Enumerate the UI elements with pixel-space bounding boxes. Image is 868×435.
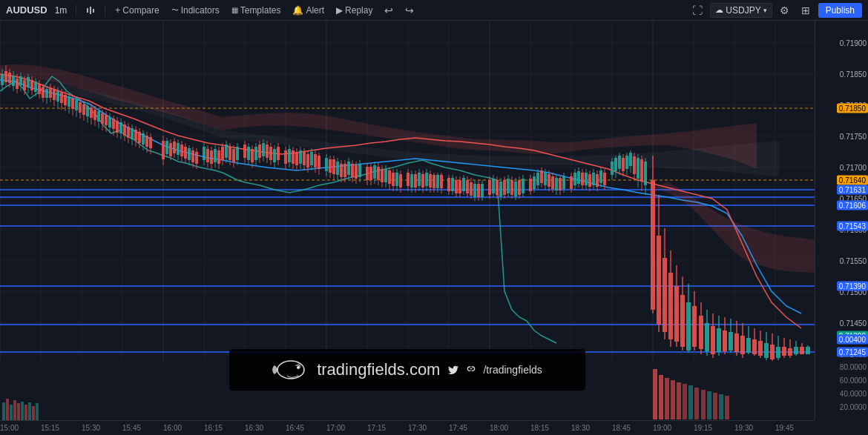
svg-rect-381	[692, 306, 697, 347]
time-16-15: 16:15	[204, 424, 223, 432]
svg-rect-291	[496, 180, 499, 195]
svg-rect-245	[399, 174, 402, 187]
svg-rect-129	[165, 141, 168, 154]
separator	[76, 4, 76, 16]
compare-btn[interactable]: + Compare	[111, 4, 162, 17]
layout-icon[interactable]: ⊞	[798, 2, 814, 19]
svg-rect-285	[481, 184, 484, 197]
svg-rect-407	[770, 345, 775, 359]
svg-rect-97	[97, 111, 100, 122]
price-label-1: 0.71900	[840, 39, 867, 47]
svg-rect-199	[306, 154, 309, 167]
alert-btn[interactable]: 🔔 Alert	[289, 4, 328, 17]
svg-rect-347	[611, 162, 614, 175]
price-blue-4: 0.71390	[837, 282, 868, 291]
svg-rect-91	[86, 106, 89, 116]
price-label-10: 0.71450	[840, 319, 867, 328]
svg-rect-293	[499, 182, 502, 196]
svg-rect-147	[203, 147, 206, 160]
svg-rect-65	[38, 84, 41, 94]
svg-rect-179	[266, 145, 269, 158]
templates-btn[interactable]: ▦ Templates	[228, 4, 285, 17]
price-label-5: 0.71700	[840, 164, 867, 172]
svg-rect-221	[351, 164, 354, 177]
svg-rect-315	[544, 173, 547, 185]
site-name-text: tradingfields.com	[317, 360, 440, 379]
svg-rect-195	[299, 150, 302, 164]
svg-rect-183	[273, 149, 276, 162]
svg-rect-385	[705, 323, 709, 351]
svg-rect-275	[462, 178, 465, 191]
svg-rect-297	[507, 179, 510, 193]
svg-rect-426	[21, 402, 24, 420]
svg-rect-237	[384, 169, 387, 182]
svg-rect-119	[138, 132, 141, 143]
bar-type-icon[interactable]	[82, 2, 99, 19]
vol-label-4: 20.0000	[840, 403, 867, 411]
svg-rect-87	[79, 102, 82, 113]
svg-rect-351	[618, 156, 621, 169]
fullscreen-icon[interactable]: ⛶	[689, 2, 706, 19]
svg-rect-287	[488, 180, 491, 195]
chart-main[interactable]: ! tradingfields.com /tradingfi	[0, 21, 815, 435]
price-blue-1: 0.71631	[837, 185, 868, 195]
svg-rect-81	[68, 96, 70, 107]
svg-rect-157	[221, 147, 224, 160]
svg-rect-163	[232, 149, 235, 162]
svg-rect-133	[173, 142, 176, 153]
svg-rect-77	[60, 93, 63, 103]
svg-rect-343	[599, 170, 602, 183]
svg-rect-435	[677, 382, 681, 419]
svg-rect-151	[210, 150, 213, 164]
svg-rect-117	[134, 130, 137, 141]
svg-rect-263	[436, 175, 439, 188]
svg-rect-409	[776, 347, 780, 358]
settings-icon[interactable]: ⚙	[777, 2, 793, 19]
svg-rect-219	[347, 162, 350, 175]
svg-rect-121	[142, 133, 145, 145]
svg-rect-333	[581, 173, 584, 185]
replay-icon: ▶	[336, 5, 343, 16]
svg-rect-233	[377, 167, 380, 180]
svg-rect-167	[243, 145, 246, 158]
svg-rect-63	[34, 82, 37, 92]
svg-rect-267	[447, 178, 450, 191]
svg-rect-243	[395, 173, 398, 186]
svg-rect-432	[659, 375, 663, 419]
svg-rect-279	[470, 182, 473, 196]
publish-button[interactable]: Publish	[818, 3, 862, 18]
svg-rect-55	[19, 76, 22, 85]
symbol-select[interactable]: ☁ USDJPY ▾	[710, 3, 772, 18]
twitter-icon	[447, 364, 459, 376]
svg-rect-181	[269, 147, 272, 160]
symbol-label[interactable]: AUDUSD	[6, 4, 47, 16]
svg-rect-259	[429, 174, 432, 187]
price-label-2: 0.71850	[840, 70, 867, 79]
redo-btn[interactable]: ↪	[401, 2, 418, 19]
svg-rect-217	[343, 164, 346, 177]
svg-rect-355	[625, 156, 628, 169]
svg-rect-161	[228, 147, 231, 160]
svg-rect-373	[668, 273, 673, 339]
svg-rect-439	[701, 390, 706, 419]
svg-rect-393	[729, 332, 733, 351]
cloud-icon: ☁	[715, 5, 723, 15]
svg-rect-269	[451, 178, 454, 191]
svg-rect-323	[559, 178, 562, 190]
toolbar: AUDUSD 1m + Compare 〜 Indicators ▦ Templ…	[0, 0, 868, 21]
svg-rect-203	[314, 154, 317, 167]
undo-btn[interactable]: ↩	[381, 2, 397, 19]
replay-btn[interactable]: ▶ Replay	[332, 4, 376, 17]
svg-rect-313	[540, 170, 543, 183]
time-17-15: 17:15	[367, 424, 386, 432]
indicators-btn[interactable]: 〜 Indicators	[168, 4, 223, 17]
svg-rect-379	[686, 302, 691, 351]
svg-rect-387	[711, 326, 715, 354]
svg-rect-93	[90, 107, 93, 118]
social-text: /tradingfields	[483, 364, 542, 376]
svg-rect-337	[588, 174, 591, 187]
svg-rect-339	[592, 173, 595, 185]
svg-rect-437	[688, 385, 693, 419]
svg-rect-403	[758, 341, 763, 356]
timeframe-label[interactable]: 1m	[52, 4, 70, 17]
